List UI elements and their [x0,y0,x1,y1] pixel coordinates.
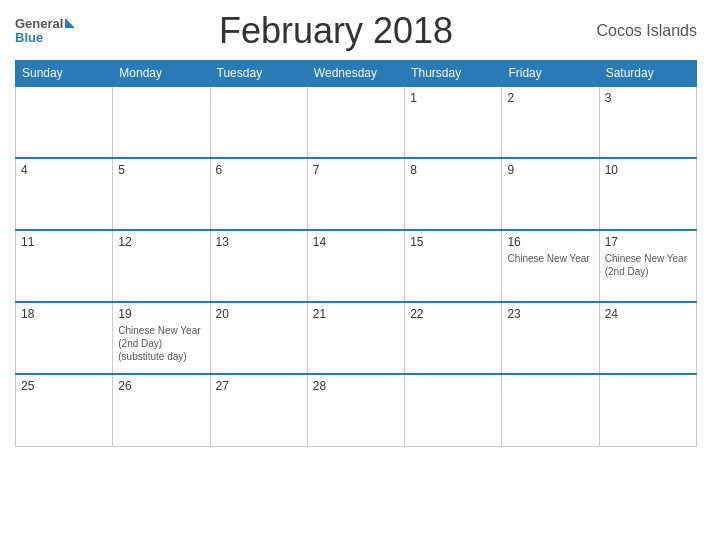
calendar-cell: 2 [502,86,599,158]
calendar-cell [210,86,307,158]
day-number: 4 [21,163,107,177]
day-event: Chinese New Year (2nd Day) (substitute d… [118,324,204,363]
header-sunday: Sunday [16,61,113,87]
day-number: 24 [605,307,691,321]
header-friday: Friday [502,61,599,87]
calendar-cell: 10 [599,158,696,230]
week-row-3: 111213141516Chinese New Year17Chinese Ne… [16,230,697,302]
calendar-cell: 27 [210,374,307,446]
day-number: 10 [605,163,691,177]
calendar-cell: 17Chinese New Year (2nd Day) [599,230,696,302]
day-number: 26 [118,379,204,393]
calendar-cell: 3 [599,86,696,158]
calendar-cell: 8 [405,158,502,230]
weekday-header-row: Sunday Monday Tuesday Wednesday Thursday… [16,61,697,87]
day-number: 15 [410,235,496,249]
logo-blue: Blue [15,31,75,45]
day-event: Chinese New Year (2nd Day) [605,252,691,278]
calendar-cell: 21 [307,302,404,374]
day-event: Chinese New Year [507,252,593,265]
calendar-cell: 6 [210,158,307,230]
week-row-1: 123 [16,86,697,158]
logo-triangle-icon [65,18,75,28]
calendar-cell: 16Chinese New Year [502,230,599,302]
day-number: 16 [507,235,593,249]
logo: General Blue [15,17,75,46]
header-monday: Monday [113,61,210,87]
day-number: 19 [118,307,204,321]
header-thursday: Thursday [405,61,502,87]
calendar-cell: 20 [210,302,307,374]
day-number: 27 [216,379,302,393]
calendar-cell: 19Chinese New Year (2nd Day) (substitute… [113,302,210,374]
day-number: 25 [21,379,107,393]
week-row-5: 25262728 [16,374,697,446]
day-number: 20 [216,307,302,321]
day-number: 5 [118,163,204,177]
calendar-cell [113,86,210,158]
page: General Blue February 2018 Cocos Islands… [0,0,712,550]
calendar-cell: 13 [210,230,307,302]
calendar-cell: 4 [16,158,113,230]
calendar-cell: 18 [16,302,113,374]
day-number: 1 [410,91,496,105]
week-row-4: 1819Chinese New Year (2nd Day) (substitu… [16,302,697,374]
day-number: 13 [216,235,302,249]
calendar-cell: 7 [307,158,404,230]
day-number: 6 [216,163,302,177]
calendar-cell [599,374,696,446]
day-number: 12 [118,235,204,249]
logo-general: General [15,17,63,31]
calendar-cell: 9 [502,158,599,230]
day-number: 22 [410,307,496,321]
day-number: 9 [507,163,593,177]
day-number: 17 [605,235,691,249]
calendar-cell [307,86,404,158]
header-wednesday: Wednesday [307,61,404,87]
calendar-cell: 25 [16,374,113,446]
calendar-title: February 2018 [219,10,453,52]
header: General Blue February 2018 Cocos Islands [15,10,697,52]
day-number: 14 [313,235,399,249]
calendar-cell: 12 [113,230,210,302]
day-number: 18 [21,307,107,321]
country-label: Cocos Islands [597,22,698,40]
day-number: 7 [313,163,399,177]
calendar-cell: 24 [599,302,696,374]
calendar-cell [16,86,113,158]
calendar-cell: 28 [307,374,404,446]
week-row-2: 45678910 [16,158,697,230]
calendar-cell: 26 [113,374,210,446]
day-number: 28 [313,379,399,393]
calendar-table: Sunday Monday Tuesday Wednesday Thursday… [15,60,697,447]
header-saturday: Saturday [599,61,696,87]
calendar-cell: 1 [405,86,502,158]
calendar-cell: 22 [405,302,502,374]
calendar-cell [502,374,599,446]
calendar-cell: 15 [405,230,502,302]
day-number: 23 [507,307,593,321]
calendar-cell: 23 [502,302,599,374]
day-number: 11 [21,235,107,249]
calendar-cell: 11 [16,230,113,302]
day-number: 2 [507,91,593,105]
header-tuesday: Tuesday [210,61,307,87]
day-number: 21 [313,307,399,321]
day-number: 8 [410,163,496,177]
calendar-cell: 14 [307,230,404,302]
calendar-cell [405,374,502,446]
calendar-cell: 5 [113,158,210,230]
day-number: 3 [605,91,691,105]
